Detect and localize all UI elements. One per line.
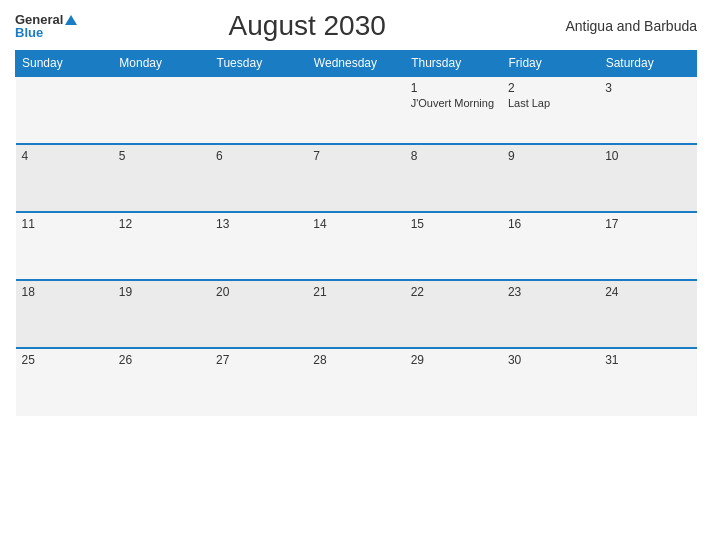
calendar-cell: 31 (599, 348, 696, 416)
day-number: 8 (411, 149, 496, 163)
day-number: 1 (411, 81, 496, 95)
calendar-cell: 25 (16, 348, 113, 416)
calendar-cell: 6 (210, 144, 307, 212)
weekday-row: Sunday Monday Tuesday Wednesday Thursday… (16, 51, 697, 77)
calendar-cell: 17 (599, 212, 696, 280)
calendar-cell: 5 (113, 144, 210, 212)
header-thursday: Thursday (405, 51, 502, 77)
calendar-cell: 7 (307, 144, 404, 212)
day-number: 24 (605, 285, 690, 299)
calendar-cell: 15 (405, 212, 502, 280)
day-number: 4 (22, 149, 107, 163)
day-number: 23 (508, 285, 593, 299)
calendar-week-4: 18192021222324 (16, 280, 697, 348)
day-number: 12 (119, 217, 204, 231)
logo-triangle-icon (65, 15, 77, 25)
calendar-cell: 1J'Ouvert Morning (405, 76, 502, 144)
day-number: 25 (22, 353, 107, 367)
header-tuesday: Tuesday (210, 51, 307, 77)
calendar-cell (210, 76, 307, 144)
day-number: 28 (313, 353, 398, 367)
calendar-page: General Blue August 2030 Antigua and Bar… (0, 0, 712, 550)
day-number: 13 (216, 217, 301, 231)
calendar-cell: 24 (599, 280, 696, 348)
calendar-cell: 14 (307, 212, 404, 280)
calendar-cell: 2Last Lap (502, 76, 599, 144)
day-number: 31 (605, 353, 690, 367)
calendar-cell: 8 (405, 144, 502, 212)
day-number: 2 (508, 81, 593, 95)
calendar-cell: 27 (210, 348, 307, 416)
day-number: 6 (216, 149, 301, 163)
day-number: 19 (119, 285, 204, 299)
calendar-table: Sunday Monday Tuesday Wednesday Thursday… (15, 50, 697, 416)
logo: General Blue (15, 13, 77, 39)
day-number: 27 (216, 353, 301, 367)
calendar-cell: 16 (502, 212, 599, 280)
header-monday: Monday (113, 51, 210, 77)
logo-blue-text: Blue (15, 26, 43, 39)
day-number: 7 (313, 149, 398, 163)
country-name: Antigua and Barbuda (537, 18, 697, 34)
event-label: J'Ouvert Morning (411, 97, 496, 109)
day-number: 26 (119, 353, 204, 367)
day-number: 18 (22, 285, 107, 299)
day-number: 15 (411, 217, 496, 231)
calendar-week-3: 11121314151617 (16, 212, 697, 280)
day-number: 5 (119, 149, 204, 163)
calendar-header: Sunday Monday Tuesday Wednesday Thursday… (16, 51, 697, 77)
day-number: 21 (313, 285, 398, 299)
day-number: 20 (216, 285, 301, 299)
calendar-cell: 23 (502, 280, 599, 348)
calendar-cell: 30 (502, 348, 599, 416)
calendar-cell: 10 (599, 144, 696, 212)
event-label: Last Lap (508, 97, 593, 109)
day-number: 11 (22, 217, 107, 231)
calendar-cell: 29 (405, 348, 502, 416)
calendar-cell: 4 (16, 144, 113, 212)
calendar-body: 1J'Ouvert Morning2Last Lap34567891011121… (16, 76, 697, 416)
calendar-cell: 18 (16, 280, 113, 348)
calendar-cell: 3 (599, 76, 696, 144)
calendar-cell: 21 (307, 280, 404, 348)
day-number: 22 (411, 285, 496, 299)
day-number: 9 (508, 149, 593, 163)
day-number: 3 (605, 81, 690, 95)
calendar-cell (307, 76, 404, 144)
month-title: August 2030 (77, 10, 537, 42)
header-wednesday: Wednesday (307, 51, 404, 77)
header-saturday: Saturday (599, 51, 696, 77)
day-number: 30 (508, 353, 593, 367)
calendar-cell (16, 76, 113, 144)
calendar-cell: 20 (210, 280, 307, 348)
header: General Blue August 2030 Antigua and Bar… (15, 10, 697, 42)
day-number: 17 (605, 217, 690, 231)
calendar-week-2: 45678910 (16, 144, 697, 212)
calendar-cell: 13 (210, 212, 307, 280)
calendar-cell: 22 (405, 280, 502, 348)
header-friday: Friday (502, 51, 599, 77)
calendar-cell: 28 (307, 348, 404, 416)
calendar-week-1: 1J'Ouvert Morning2Last Lap3 (16, 76, 697, 144)
calendar-cell: 9 (502, 144, 599, 212)
day-number: 14 (313, 217, 398, 231)
calendar-cell: 12 (113, 212, 210, 280)
day-number: 10 (605, 149, 690, 163)
day-number: 29 (411, 353, 496, 367)
header-sunday: Sunday (16, 51, 113, 77)
calendar-cell (113, 76, 210, 144)
calendar-cell: 26 (113, 348, 210, 416)
calendar-week-5: 25262728293031 (16, 348, 697, 416)
day-number: 16 (508, 217, 593, 231)
calendar-cell: 19 (113, 280, 210, 348)
calendar-cell: 11 (16, 212, 113, 280)
